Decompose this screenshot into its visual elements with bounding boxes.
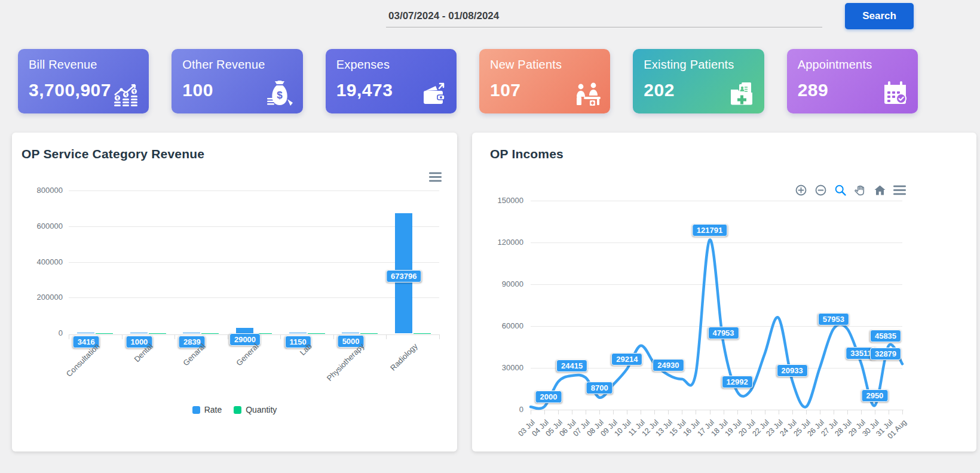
patient-file-icon [727, 79, 756, 108]
gridline [69, 297, 439, 298]
topbar: Search [0, 0, 980, 33]
quantity-bar[interactable] [308, 333, 325, 334]
stat-card-label: Bill Revenue [29, 58, 138, 72]
op-incomes-card: OP Incomes 03000060000900001200001500000… [472, 133, 976, 452]
y-axis-tick-label: 400000 [26, 257, 63, 266]
svg-text:₹: ₹ [133, 90, 136, 94]
gridline [69, 262, 439, 263]
quantity-bar[interactable] [414, 333, 431, 334]
stat-card-label: Expenses [336, 58, 446, 72]
quantity-bar[interactable] [201, 333, 219, 334]
legend-swatch [234, 406, 241, 414]
rate-bar[interactable] [342, 333, 359, 334]
stat-card-existing-patients: Existing Patients202 [633, 49, 764, 113]
bar-chart-title: OP Service Category Revenue [22, 147, 204, 161]
x-axis-category-label: General [203, 342, 260, 398]
y-axis-tick-label: 0 [26, 328, 63, 337]
bar-chart-toolbar [429, 171, 442, 183]
point-value-label: 20933 [777, 364, 808, 377]
stat-card-other-revenue: Other Revenue100$ [172, 49, 302, 113]
svg-text:$: $ [277, 90, 283, 101]
x-axis-tickmark [174, 334, 175, 339]
stat-card-label: Other Revenue [182, 58, 292, 72]
rate-bar[interactable] [289, 333, 307, 333]
stat-card-label: Existing Patients [644, 58, 753, 72]
rate-bar[interactable] [183, 333, 200, 333]
gridline [69, 191, 439, 191]
x-axis-category-label: Genaral [151, 342, 207, 398]
x-axis-category-label: Radiology [362, 342, 419, 398]
point-value-label: 24415 [556, 360, 587, 372]
income-line-series[interactable] [472, 133, 976, 452]
point-value-label: 47953 [708, 327, 739, 339]
x-axis-category-label: Lab [256, 342, 313, 398]
y-axis-tick-label: 600000 [26, 222, 63, 231]
point-value-label: 24930 [653, 359, 684, 371]
point-value-label: 32879 [870, 348, 901, 360]
x-axis-tickmark [69, 334, 69, 339]
x-axis-tickmark [122, 334, 122, 339]
rate-bar[interactable] [77, 333, 94, 333]
rate-bar[interactable] [130, 333, 148, 333]
stat-card-appointments: Appointments289 [787, 49, 918, 113]
legend-item-quantity[interactable]: Quantity [234, 405, 277, 414]
point-value-label: 8700 [586, 382, 613, 394]
x-axis-tickmark [386, 334, 387, 339]
legend-label: Rate [204, 405, 222, 414]
stat-card-label: Appointments [798, 58, 907, 72]
legend-label: Quantity [246, 405, 277, 414]
revenue-growth-icon: ₹₹₹ [112, 79, 140, 108]
legend-swatch [192, 406, 200, 414]
legend-item-rate[interactable]: Rate [192, 405, 222, 414]
wallet-icon [419, 79, 448, 108]
x-axis-tickmark [333, 334, 334, 339]
svg-text:₹: ₹ [117, 96, 120, 100]
x-axis-category-label: Physiotherapy [309, 342, 366, 398]
stat-card-bill-revenue: Bill Revenue3,700,907₹₹₹ [18, 49, 149, 113]
charts-row: OP Service Category Revenue 020000040000… [12, 133, 976, 452]
stat-card-new-patients: New Patients107 [479, 49, 610, 113]
menu-icon[interactable] [429, 171, 442, 183]
point-value-label: 2950 [861, 389, 888, 402]
y-axis-tick-label: 800000 [26, 186, 63, 195]
quantity-bar[interactable] [96, 333, 113, 334]
stat-card-expenses: Expenses19,473 [326, 49, 457, 113]
search-button[interactable]: Search [845, 3, 914, 29]
hospital-dashboard-page: Search Bill Revenue3,700,907₹₹₹Other Rev… [0, 0, 980, 452]
op-service-category-revenue-card: OP Service Category Revenue 020000040000… [12, 133, 457, 452]
x-axis-tickmark [280, 334, 281, 339]
rate-bar[interactable] [236, 328, 253, 333]
x-axis-category-label: Consultation [44, 342, 101, 398]
calendar-check-icon [881, 79, 909, 108]
stat-card-label: New Patients [490, 58, 599, 72]
y-axis-tick-label: 200000 [26, 293, 63, 302]
svg-text:₹: ₹ [125, 93, 128, 97]
point-value-label: 121791 [692, 224, 727, 236]
summary-cards-row: Bill Revenue3,700,907₹₹₹Other Revenue100… [18, 49, 918, 113]
point-value-label: 45835 [870, 330, 901, 342]
quantity-bar[interactable] [149, 333, 166, 334]
point-value-label: 57953 [818, 313, 849, 325]
x-axis-tickmark [228, 334, 228, 339]
x-axis-category-label: Dental [97, 342, 154, 398]
point-value-label: 12992 [722, 376, 753, 388]
new-patients-icon [573, 79, 602, 108]
point-value-label: 2000 [535, 391, 562, 403]
point-value-label: 29214 [611, 353, 642, 366]
quantity-bar[interactable] [360, 333, 378, 334]
bar-value-label: 673796 [386, 270, 421, 282]
date-range-input[interactable] [386, 5, 822, 27]
gridline [69, 226, 439, 227]
bar-chart-legend: RateQuantity [12, 405, 457, 414]
x-axis-tickmark [439, 334, 440, 339]
money-bag-icon: $ [266, 79, 295, 108]
